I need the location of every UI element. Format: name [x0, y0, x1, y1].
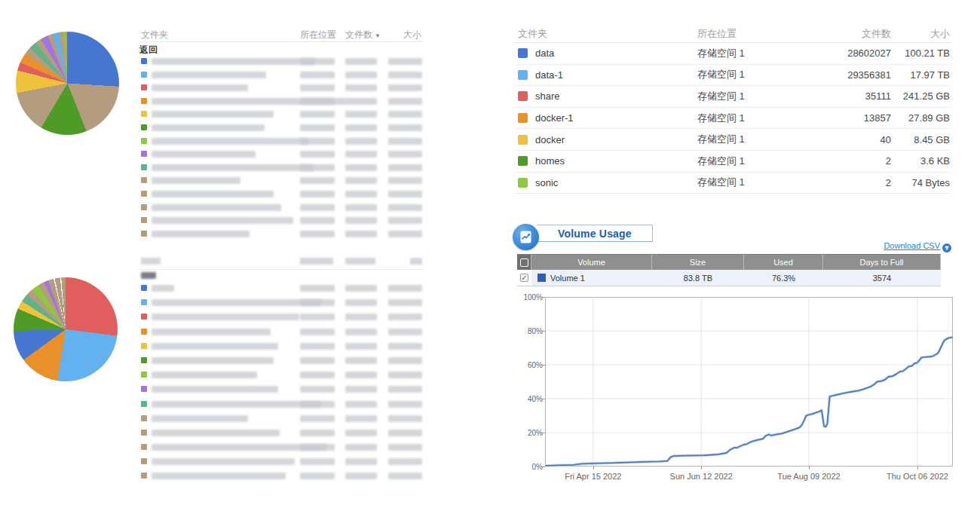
folder-color-swatch	[141, 151, 147, 157]
redacted-folder-row[interactable]	[139, 296, 423, 311]
volume-row[interactable]: ✓ Volume 1 83.8 TB 76.3% 3574	[517, 270, 941, 286]
select-all-checkbox[interactable]	[520, 258, 528, 267]
folder-color-swatch	[141, 58, 147, 64]
back-link-redacted[interactable]	[139, 270, 423, 282]
redacted-text	[300, 444, 335, 451]
select-all-checkbox-cell[interactable]	[517, 254, 531, 270]
redacted-folder-row[interactable]	[139, 383, 423, 397]
table-header-row: 文件夹 所在位置 文件数 大小	[515, 25, 951, 43]
row-checkbox-checked[interactable]: ✓	[520, 274, 528, 282]
redacted-folder-row[interactable]	[139, 161, 423, 175]
redacted-folder-row[interactable]	[139, 148, 423, 161]
redacted-text	[345, 444, 377, 451]
redacted-text	[300, 386, 335, 393]
header-size[interactable]: Size	[652, 254, 744, 270]
download-csv-label[interactable]: Download CSV	[884, 241, 940, 250]
redacted-folder-row[interactable]	[139, 412, 423, 427]
redacted-text	[152, 217, 293, 224]
folder-color-swatch	[141, 415, 147, 421]
y-axis-tick	[541, 433, 545, 433]
redacted-folder-row[interactable]	[139, 455, 423, 470]
redacted-text	[388, 343, 422, 350]
header-used[interactable]: Used	[744, 254, 823, 270]
header-filecount[interactable]: 文件数	[814, 27, 891, 41]
back-link[interactable]: 返回	[139, 42, 423, 55]
header-location[interactable]: 所在位置	[697, 27, 814, 41]
redacted-folder-row[interactable]	[139, 214, 423, 228]
redacted-text	[300, 343, 335, 350]
redacted-text	[300, 299, 335, 306]
redacted-folder-row[interactable]	[139, 326, 423, 340]
redacted-text	[345, 124, 377, 131]
redacted-folder-row[interactable]	[139, 121, 423, 135]
header-volume[interactable]: Volume	[531, 254, 652, 270]
pie-chart-top[interactable]	[16, 32, 119, 135]
folder-row-docker[interactable]: docker存储空间 1408.45 GB	[515, 129, 951, 151]
folder-name: docker-1	[535, 112, 574, 124]
pie-chart-bottom[interactable]	[14, 277, 118, 381]
redacted-folder-row[interactable]	[139, 470, 423, 484]
redacted-folder-row[interactable]	[139, 55, 423, 69]
redacted-folder-row[interactable]	[139, 311, 423, 325]
header-size[interactable]: 大小	[403, 29, 421, 41]
series-color-swatch	[537, 274, 546, 282]
folder-row-sonic[interactable]: sonic存储空间 1274 Bytes	[515, 173, 951, 194]
folder-name: sonic	[535, 177, 558, 188]
redacted-rows	[139, 55, 423, 240]
header-filecount-sorted[interactable]: 文件数▼	[345, 29, 381, 41]
redacted-folder-row[interactable]	[139, 135, 423, 148]
x-axis-tick	[593, 467, 594, 470]
folder-row-docker-1[interactable]: docker-1存储空间 11385727.89 GB	[515, 108, 951, 130]
redacted-folder-row[interactable]	[139, 81, 423, 95]
redacted-text	[345, 314, 377, 320]
header-size[interactable]: 大小	[891, 27, 951, 41]
y-axis-label: 20%	[516, 429, 543, 437]
redacted-text	[152, 58, 316, 65]
sort-caret-icon: ▼	[375, 32, 381, 39]
folder-row-homes[interactable]: homes存储空间 123.6 KB	[515, 151, 951, 173]
folder-row-data[interactable]: data存储空间 128602027100.21 TB	[515, 43, 951, 65]
redacted-back-label	[141, 272, 156, 279]
header-days-to-full[interactable]: Days to Full	[823, 254, 941, 270]
header-location[interactable]: 所在位置	[300, 29, 336, 41]
redacted-folder-row[interactable]	[139, 188, 423, 201]
redacted-folder-row[interactable]	[139, 369, 423, 383]
header-folder[interactable]: 文件夹	[515, 27, 697, 41]
redacted-text	[300, 98, 335, 105]
redacted-header-folder	[141, 258, 161, 265]
download-csv-link[interactable]: Download CSV▼	[867, 241, 951, 252]
redacted-folder-row[interactable]	[139, 108, 423, 121]
redacted-folder-row[interactable]	[139, 441, 423, 455]
redacted-folder-row[interactable]	[139, 69, 423, 82]
redacted-text	[388, 299, 422, 306]
row-checkbox-cell[interactable]: ✓	[517, 270, 531, 286]
redacted-text	[388, 124, 422, 131]
redacted-text	[300, 191, 335, 197]
redacted-text	[152, 430, 280, 436]
redacted-text	[152, 164, 314, 171]
redacted-folder-row[interactable]	[139, 340, 423, 354]
redacted-folder-row[interactable]	[139, 95, 423, 109]
redacted-folder-row[interactable]	[139, 201, 423, 215]
folder-size: 27.89 GB	[891, 112, 951, 124]
redacted-folder-row[interactable]	[139, 282, 423, 296]
redacted-text	[300, 401, 335, 408]
redacted-text	[300, 458, 335, 465]
redacted-folder-row[interactable]	[139, 398, 423, 412]
folder-row-data-1[interactable]: data-1存储空间 12935638117.97 TB	[515, 65, 951, 87]
folder-detail-table-bottom	[139, 254, 423, 485]
redacted-folder-row[interactable]	[139, 354, 423, 369]
redacted-text	[345, 98, 377, 105]
table-header-row-redacted	[139, 254, 423, 270]
section-title: Volume Usage	[537, 228, 632, 240]
y-axis-tick	[541, 331, 545, 332]
header-folder[interactable]: 文件夹	[141, 29, 168, 41]
redacted-folder-row[interactable]	[139, 174, 423, 188]
folder-row-share[interactable]: share存储空间 135111241.25 GB	[515, 86, 951, 108]
folder-name: data-1	[535, 69, 563, 81]
redacted-text	[152, 204, 281, 211]
redacted-folder-row[interactable]	[139, 228, 423, 241]
folder-name: data	[535, 47, 554, 59]
redacted-folder-row[interactable]	[139, 427, 423, 441]
folder-name-cell: share	[515, 90, 697, 102]
